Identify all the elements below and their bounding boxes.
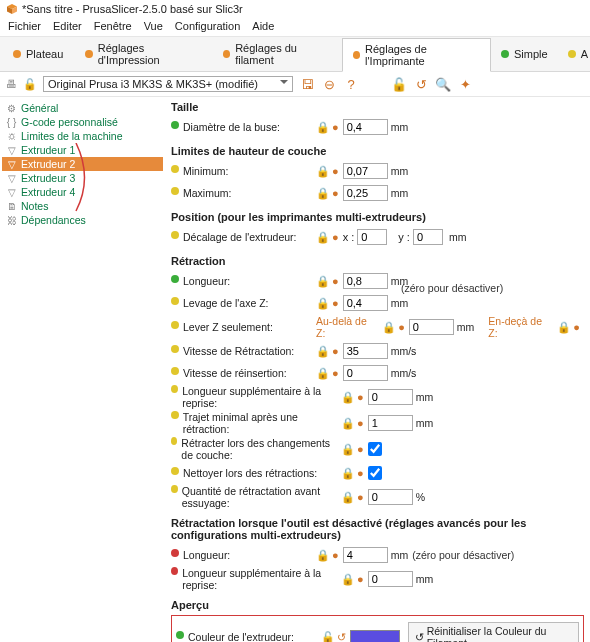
tab-bar: Plateau Réglages d'Impression Réglages d… xyxy=(0,37,590,72)
dot-icon xyxy=(176,631,184,639)
bullet-icon: ● xyxy=(398,321,405,333)
dot-icon xyxy=(171,231,179,239)
max-input[interactable] xyxy=(343,185,388,201)
lock-icon[interactable]: 🔒 xyxy=(316,187,328,200)
gear-icon: ⛭ xyxy=(6,131,17,142)
lock-icon[interactable]: 🔒 xyxy=(316,345,328,358)
wipeamt-input[interactable] xyxy=(368,489,413,505)
dis-extra-input[interactable] xyxy=(368,571,413,587)
sidebar-item-notes[interactable]: 🗎Notes xyxy=(2,199,163,213)
row-offset: Décalage de l'extrudeur: 🔒● x : y : mm xyxy=(171,227,584,247)
rspeed-input[interactable] xyxy=(343,343,388,359)
button-label: Réinitialiser la Couleur du Filament xyxy=(427,625,572,642)
above-label: Au-delà de Z: xyxy=(316,315,378,339)
field-label: Diamètre de la buse: xyxy=(183,121,280,133)
row-nozzle: Diamètre de la buse: 🔒● mm xyxy=(171,117,584,137)
dspeed-input[interactable] xyxy=(343,365,388,381)
unit-label: mm xyxy=(449,231,467,243)
lock-icon[interactable]: 🔒 xyxy=(341,417,353,430)
zlift-input[interactable] xyxy=(343,295,388,311)
lock-icon[interactable]: 🔒 xyxy=(316,121,328,134)
sidebar-item-extruder2[interactable]: ▽Extrudeur 2 xyxy=(2,157,163,171)
lock-icon[interactable]: 🔒 xyxy=(316,231,328,244)
extruder-icon: ▽ xyxy=(6,145,17,156)
dis-len-input[interactable] xyxy=(343,547,388,563)
lock-icon[interactable]: 🔒 xyxy=(341,573,353,586)
bullet-icon: ● xyxy=(332,165,339,177)
sidebar-item-general[interactable]: ⚙Général xyxy=(2,101,163,115)
compare-icon[interactable]: ✦ xyxy=(457,76,473,92)
lock-icon[interactable]: 🔒 xyxy=(316,367,328,380)
row-min: Minimum: 🔒● mm xyxy=(171,161,584,181)
sidebar-item-deps[interactable]: ⛓Dépendances xyxy=(2,213,163,227)
offset-x-input[interactable] xyxy=(357,229,387,245)
retr-len-input[interactable] xyxy=(343,273,388,289)
menu-view[interactable]: Vue xyxy=(144,20,163,32)
field-label: Longueur: xyxy=(183,549,230,561)
sidebar-item-gcode[interactable]: { }G-code personnalisé xyxy=(2,115,163,129)
unit-label: mm xyxy=(391,165,409,177)
mintravel-input[interactable] xyxy=(368,415,413,431)
field-label: Minimum: xyxy=(183,165,229,177)
lock-icon[interactable]: 🔒 xyxy=(341,467,353,480)
extruder-icon: ▽ xyxy=(6,159,17,170)
lock-icon[interactable]: 🔒 xyxy=(557,321,569,334)
offset-y-input[interactable] xyxy=(413,229,443,245)
field-label: Longueur: xyxy=(183,275,230,287)
menu-window[interactable]: Fenêtre xyxy=(94,20,132,32)
lock-icon[interactable]: 🔒 xyxy=(316,165,328,178)
delete-icon[interactable]: ⊖ xyxy=(321,76,337,92)
sidebar-item-extruder3[interactable]: ▽Extrudeur 3 xyxy=(2,171,163,185)
layer-checkbox[interactable] xyxy=(368,442,382,456)
notes-icon: 🗎 xyxy=(6,201,17,212)
lock-icon[interactable]: 🔒 xyxy=(341,391,353,404)
min-input[interactable] xyxy=(343,163,388,179)
wipe-checkbox[interactable] xyxy=(368,466,382,480)
menu-help[interactable]: Aide xyxy=(252,20,274,32)
help-icon[interactable]: ? xyxy=(343,76,359,92)
lock-icon[interactable]: 🔒 xyxy=(316,297,328,310)
sidebar-item-extruder4[interactable]: ▽Extrudeur 4 xyxy=(2,185,163,199)
hint-label: (zéro pour désactiver) xyxy=(412,549,514,561)
field-label: Couleur de l'extrudeur: xyxy=(188,631,294,642)
mode-simple[interactable]: Simple xyxy=(491,44,558,64)
dot-icon xyxy=(223,50,230,58)
y-label: y : xyxy=(398,231,410,243)
tab-printer[interactable]: Réglages de l'Imprimante xyxy=(342,38,491,72)
menu-file[interactable]: Fichier xyxy=(8,20,41,32)
lock-icon[interactable]: 🔒 xyxy=(316,549,328,562)
menu-config[interactable]: Configuration xyxy=(175,20,240,32)
section-retraction: Rétraction xyxy=(171,255,584,267)
lock-icon[interactable]: 🔒 xyxy=(316,275,328,288)
sidebar-item-label: Notes xyxy=(21,200,48,212)
field-label: Nettoyer lors des rétractions: xyxy=(183,467,317,479)
tab-plater[interactable]: Plateau xyxy=(2,43,74,65)
lock-icon[interactable]: 🔒 xyxy=(382,321,394,334)
sidebar-item-extruder1[interactable]: ▽Extrudeur 1 xyxy=(2,143,163,157)
extra-input[interactable] xyxy=(368,389,413,405)
zabove-input[interactable] xyxy=(409,319,454,335)
sidebar-item-limits[interactable]: ⛭Limites de la machine xyxy=(2,129,163,143)
dot-icon xyxy=(13,50,21,58)
search-icon[interactable]: 🔍 xyxy=(435,76,451,92)
reset-color-button[interactable]: ↺Réinitialiser la Couleur du Filament xyxy=(408,622,579,642)
lock-icon[interactable]: 🔒 xyxy=(341,443,353,456)
revert-icon[interactable]: ↺ xyxy=(337,631,346,643)
tab-print[interactable]: Réglages d'Impression xyxy=(74,37,211,71)
section-size: Taille xyxy=(171,101,584,113)
bullet-icon: ● xyxy=(357,467,364,479)
nozzle-input[interactable] xyxy=(343,119,388,135)
save-icon[interactable]: 🖫 xyxy=(299,76,315,92)
unlock-icon[interactable]: 🔓 xyxy=(321,631,333,643)
menu-edit[interactable]: Editer xyxy=(53,20,82,32)
field-label: Levage de l'axe Z: xyxy=(183,297,268,309)
preset-select[interactable]: Original Prusa i3 MK3S & MK3S+ (modifié) xyxy=(43,76,293,92)
tab-filament[interactable]: Réglages du filament xyxy=(212,37,342,71)
mode-a[interactable]: A xyxy=(558,44,588,64)
revert-icon[interactable]: ↺ xyxy=(413,76,429,92)
lock-icon[interactable]: 🔒 xyxy=(341,491,353,504)
unlock-icon[interactable]: 🔓 xyxy=(391,76,407,92)
field-label: Vitesse de Rétractation: xyxy=(183,345,294,357)
color-swatch[interactable] xyxy=(350,630,400,642)
printer-icon: 🖶 xyxy=(6,78,17,90)
